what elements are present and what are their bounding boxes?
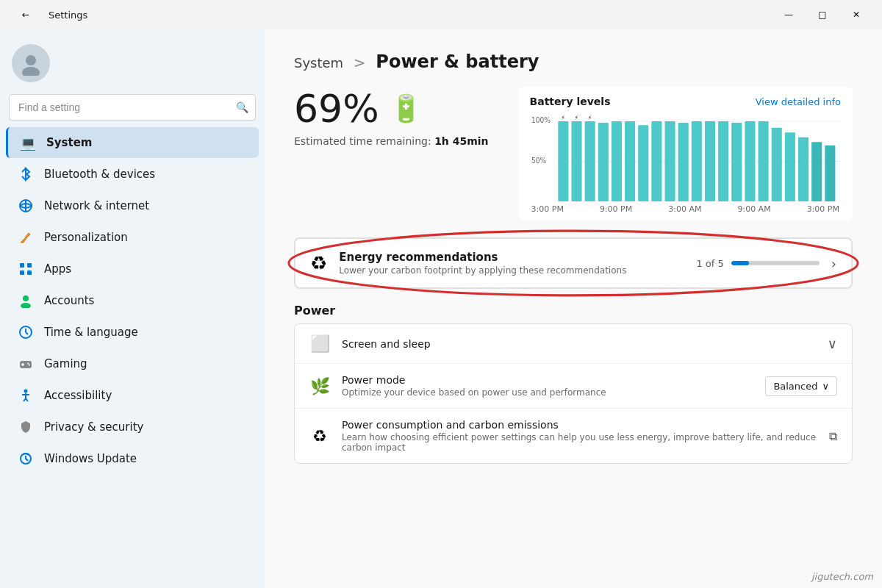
svg-text:⚡: ⚡ — [561, 113, 565, 121]
power-mode-value: Balanced — [773, 381, 817, 392]
svg-text:50%: 50% — [531, 156, 546, 164]
sidebar-item-personalization[interactable]: Personalization — [6, 222, 259, 253]
screen-sleep-expand[interactable]: ∨ — [828, 336, 837, 351]
svg-rect-37 — [625, 121, 635, 201]
carbon-icon: ♻ — [309, 427, 330, 445]
sidebar-item-accounts[interactable]: Accounts — [6, 285, 259, 316]
svg-rect-36 — [611, 121, 621, 201]
privacy-nav-icon — [18, 419, 34, 435]
svg-rect-48 — [771, 128, 781, 201]
time-nav-icon — [18, 324, 34, 340]
screen-sleep-icon: ⬜ — [309, 334, 330, 353]
breadcrumb-parent: System — [294, 55, 343, 71]
back-button[interactable]: ← — [9, 3, 43, 26]
svg-line-22 — [26, 398, 28, 401]
sidebar-item-update[interactable]: Windows Update — [6, 443, 259, 474]
energy-recommendations-card[interactable]: ♻ Energy recommendations Lower your carb… — [294, 237, 853, 289]
battery-percentage-display: 69% 🔋 — [294, 87, 489, 131]
svg-rect-52 — [825, 146, 835, 201]
titlebar-controls: — □ ✕ — [772, 3, 873, 26]
search-icon: 🔍 — [236, 101, 248, 113]
battery-icon: 🔋 — [390, 93, 423, 124]
svg-rect-30 — [571, 121, 581, 201]
avatar — [12, 44, 50, 82]
search-input[interactable] — [9, 94, 256, 121]
svg-point-17 — [29, 365, 30, 366]
sidebar-item-label-network: Network & internet — [44, 199, 149, 212]
titlebar-title: Settings — [49, 10, 87, 21]
svg-point-16 — [27, 363, 29, 365]
breadcrumb-separator: > — [354, 54, 366, 71]
external-link-icon[interactable]: ⧉ — [829, 429, 837, 443]
chart-area: 100% 50% ⚡ ⚡ ⚡ — [530, 113, 841, 201]
energy-icon: ♻ — [310, 252, 327, 274]
screen-sleep-row[interactable]: ⬜ Screen and sleep ∨ — [295, 324, 852, 364]
power-mode-dropdown[interactable]: Balanced ∨ — [765, 376, 837, 396]
update-nav-icon — [18, 451, 34, 467]
battery-info: 69% 🔋 Estimated time remaining: 1h 45min — [294, 87, 489, 147]
svg-rect-47 — [758, 121, 768, 201]
sidebar-item-network[interactable]: Network & internet — [6, 190, 259, 221]
svg-rect-6 — [20, 270, 24, 275]
chart-title: Battery levels — [530, 96, 611, 107]
apps-nav-icon — [18, 261, 34, 277]
energy-progress: 1 of 5 — [696, 258, 819, 269]
titlebar-left: ← Settings — [9, 3, 87, 26]
screen-sleep-title: Screen and sleep — [342, 338, 828, 350]
sidebar: 🔍 💻SystemBluetooth & devicesNetwork & in… — [0, 29, 265, 588]
view-detailed-link[interactable]: View detailed info — [756, 96, 841, 107]
sidebar-item-label-accessibility: Accessibility — [44, 389, 112, 402]
chart-header: Battery levels View detailed info — [530, 96, 841, 107]
estimated-label: Estimated time remaining: — [294, 135, 431, 147]
svg-point-0 — [26, 55, 36, 65]
power-mode-title: Power mode — [342, 374, 765, 386]
carbon-title: Power consumption and carbon emissions — [342, 419, 829, 431]
sidebar-item-system[interactable]: 💻System — [6, 127, 259, 158]
chart-label-4: 3:00 PM — [807, 204, 839, 214]
watermark: jigutech.com — [811, 571, 873, 582]
svg-rect-51 — [811, 142, 822, 201]
breadcrumb: System > Power & battery — [294, 51, 853, 72]
breadcrumb-current: Power & battery — [376, 51, 539, 72]
power-mode-row[interactable]: 🌿 Power mode Optimize your device based … — [295, 364, 852, 409]
carbon-action: ⧉ — [829, 429, 837, 443]
power-section-title: Power — [294, 304, 853, 318]
svg-point-1 — [22, 67, 40, 76]
svg-rect-39 — [651, 121, 662, 201]
power-mode-icon: 🌿 — [309, 377, 330, 395]
svg-rect-44 — [718, 121, 728, 201]
power-mode-info: Power mode Optimize your device based on… — [342, 374, 765, 398]
minimize-button[interactable]: — — [772, 3, 806, 26]
sidebar-item-label-gaming: Gaming — [44, 357, 87, 370]
svg-rect-34 — [598, 123, 608, 201]
screen-sleep-info: Screen and sleep — [342, 338, 828, 350]
sidebar-item-label-update: Windows Update — [44, 452, 137, 465]
dropdown-chevron: ∨ — [822, 381, 829, 392]
content-area: System > Power & battery 69% 🔋 Estimated… — [265, 29, 882, 588]
sidebar-item-gaming[interactable]: Gaming — [6, 348, 259, 379]
sidebar-item-time[interactable]: Time & language — [6, 317, 259, 348]
progress-bar-fill — [731, 261, 749, 265]
energy-title: Energy recommendations — [339, 251, 696, 264]
sidebar-item-label-bluetooth: Bluetooth & devices — [44, 168, 155, 181]
carbon-emissions-row[interactable]: ♻ Power consumption and carbon emissions… — [295, 409, 852, 463]
svg-text:⚡: ⚡ — [587, 113, 592, 121]
sidebar-item-label-apps: Apps — [44, 262, 71, 276]
close-button[interactable]: ✕ — [839, 3, 873, 26]
sidebar-item-apps[interactable]: Apps — [6, 254, 259, 284]
svg-rect-5 — [27, 263, 32, 268]
maximize-button[interactable]: □ — [806, 3, 839, 26]
svg-rect-42 — [691, 121, 701, 201]
chart-label-1: 9:00 PM — [600, 204, 632, 214]
svg-point-8 — [23, 295, 29, 301]
sidebar-item-accessibility[interactable]: Accessibility — [6, 380, 259, 411]
carbon-desc: Learn how choosing efficient power setti… — [342, 432, 829, 453]
sidebar-item-label-time: Time & language — [44, 326, 138, 339]
sidebar-item-privacy[interactable]: Privacy & security — [6, 412, 259, 442]
sidebar-item-label-personalization: Personalization — [44, 231, 128, 244]
carbon-info: Power consumption and carbon emissions L… — [342, 419, 829, 453]
svg-rect-29 — [558, 121, 568, 201]
svg-rect-38 — [638, 125, 648, 201]
gaming-nav-icon — [18, 356, 34, 372]
sidebar-item-bluetooth[interactable]: Bluetooth & devices — [6, 159, 259, 190]
